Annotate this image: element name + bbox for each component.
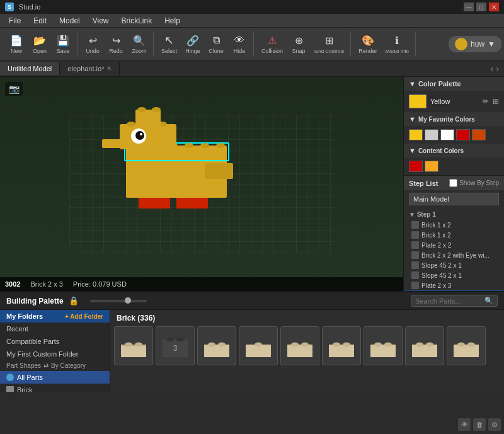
clone-label: Clone: [209, 48, 224, 54]
close-button[interactable]: ✕: [489, 3, 499, 11]
grid-controls-button[interactable]: ⊞ Grid Controls: [311, 32, 348, 56]
select-button[interactable]: ↖ Select: [158, 31, 181, 56]
part-item-5[interactable]: [280, 326, 319, 365]
tab-untitled-model[interactable]: Untitled Model: [0, 62, 60, 75]
color-copy-icon[interactable]: ⊞: [493, 97, 499, 106]
fav-swatch-3[interactable]: [440, 129, 454, 140]
part-item-1[interactable]: [114, 326, 153, 365]
part-item-6[interactable]: [322, 326, 361, 365]
camera-icon[interactable]: 📷: [5, 82, 23, 96]
collision-button[interactable]: ⚠ Collision: [258, 31, 287, 56]
brick-thumb-5: [284, 332, 316, 360]
step-item-5[interactable]: Slope 45 2 x 1: [404, 270, 504, 280]
svg-point-35: [176, 337, 184, 341]
part-item-3[interactable]: [197, 326, 236, 365]
clone-button[interactable]: ⧉ Clone: [205, 31, 227, 56]
render-button[interactable]: 🎨 Render: [355, 31, 381, 56]
snap-button[interactable]: ⊕ Snap: [287, 31, 310, 56]
part-shapes-row: Part Shapes ⇄ By Category: [0, 360, 110, 371]
svg-point-18: [127, 122, 135, 127]
snap-icon: ⊕: [292, 33, 306, 47]
grid-icon: ⊞: [323, 34, 336, 48]
selected-color-swatch[interactable]: [409, 94, 427, 108]
show-by-step-checkbox[interactable]: [449, 179, 457, 187]
part-item-8[interactable]: [405, 326, 444, 365]
recent-item[interactable]: Recent: [0, 323, 110, 335]
model-select[interactable]: Main Model: [409, 193, 499, 205]
fav-swatch-5[interactable]: [472, 129, 486, 140]
step-item-2[interactable]: Plate 2 x 2: [404, 240, 504, 250]
menu-view[interactable]: View: [86, 15, 115, 26]
content-swatch-2[interactable]: [425, 161, 438, 172]
viewport[interactable]: 📷 ↻: [0, 77, 403, 291]
fav-swatch-1[interactable]: [409, 129, 423, 140]
svg-point-43: [291, 342, 299, 346]
svg-rect-37: [204, 345, 229, 357]
parts-grid: 3: [114, 326, 500, 365]
select-icon: ↖: [163, 33, 176, 47]
window-controls[interactable]: — □ ✕: [464, 3, 499, 11]
color-palette-section: ▼ Color Palette Yellow ✏ ⊞ ▼ My Favorite…: [404, 77, 504, 176]
model-info-button[interactable]: ℹ Model Info: [382, 32, 413, 56]
part-item-9[interactable]: [447, 326, 486, 365]
search-input[interactable]: [415, 297, 484, 305]
save-button[interactable]: 💾 Save: [52, 31, 74, 56]
my-folders-item[interactable]: My Folders + Add Folder: [0, 310, 110, 323]
user-name: huw: [471, 40, 484, 49]
tab-forward-icon[interactable]: ›: [496, 64, 499, 74]
new-button[interactable]: 📄 New: [5, 31, 28, 56]
hinge-button[interactable]: 🔗 Hinge: [181, 31, 204, 56]
undo-button[interactable]: ↩ Undo: [81, 31, 104, 56]
svg-point-49: [374, 342, 382, 346]
custom-folder-label: My First Custom Folder: [6, 350, 78, 358]
custom-folder-item[interactable]: My First Custom Folder: [0, 348, 110, 360]
menu-file[interactable]: File: [3, 15, 27, 26]
content-swatch-1[interactable]: [409, 161, 423, 172]
compatible-parts-item[interactable]: Compatible Parts: [0, 335, 110, 348]
open-label: Open: [33, 48, 47, 54]
fav-swatch-4[interactable]: [456, 129, 470, 140]
open-button[interactable]: 📂 Open: [28, 31, 51, 56]
menu-help[interactable]: Help: [158, 15, 186, 26]
hide-button[interactable]: 👁 Hide: [228, 31, 251, 56]
step-item-4[interactable]: Slope 45 2 x 1: [404, 260, 504, 270]
color-edit-icon[interactable]: ✏: [483, 97, 489, 106]
menu-edit[interactable]: Edit: [27, 15, 53, 26]
all-parts-label: All Parts: [17, 374, 43, 381]
user-button[interactable]: huw ▼: [449, 36, 501, 52]
tab-elephant[interactable]: elephant.io* ✕: [60, 62, 120, 75]
zoom-button[interactable]: 🔍 Zoom: [128, 31, 151, 56]
redo-button[interactable]: ↪ Redo: [105, 31, 127, 56]
part-item-2[interactable]: 3: [156, 326, 195, 365]
show-by-step-toggle[interactable]: Show By Step: [449, 179, 499, 187]
tab-close-icon[interactable]: ✕: [106, 65, 112, 72]
tab-untitled-label: Untitled Model: [8, 65, 52, 72]
part-item-4[interactable]: [239, 326, 278, 365]
svg-point-23: [152, 107, 161, 112]
fav-swatch-2[interactable]: [425, 129, 438, 140]
step-item-7[interactable]: Brick 2 x 3: [404, 290, 504, 291]
all-parts-item[interactable]: All Parts: [0, 371, 110, 384]
tab-back-icon[interactable]: ‹: [491, 64, 494, 74]
step-item-icon-0: [411, 221, 419, 229]
step-item-1[interactable]: Brick 1 x 2: [404, 230, 504, 240]
model-info-label: Model Info: [386, 49, 409, 54]
step-item-0[interactable]: Brick 1 x 2: [404, 220, 504, 230]
add-folder-button[interactable]: + Add Folder: [65, 313, 103, 320]
menu-bricklink[interactable]: BrickLink: [115, 15, 159, 26]
redo-icon: ↪: [109, 33, 123, 47]
brick-category-item[interactable]: Brick: [0, 384, 110, 392]
step-item-3[interactable]: Brick 2 x 2 with Eye wi...: [404, 250, 504, 260]
sort-arrows: ⇄: [43, 362, 49, 369]
tab-nav[interactable]: ‹ ›: [486, 64, 504, 74]
menu-model[interactable]: Model: [53, 15, 86, 26]
maximize-button[interactable]: □: [476, 3, 486, 11]
step-item-6[interactable]: Plate 2 x 3: [404, 280, 504, 290]
content-label: Content Colors: [418, 147, 464, 154]
palette-header: Building Palette 🔒 🔍: [0, 292, 504, 310]
part-item-7[interactable]: [364, 326, 403, 365]
search-box[interactable]: 🔍: [411, 295, 498, 307]
my-folders-label: My Folders: [6, 312, 43, 320]
minimize-button[interactable]: —: [464, 3, 474, 11]
zoom-slider[interactable]: [90, 300, 147, 302]
